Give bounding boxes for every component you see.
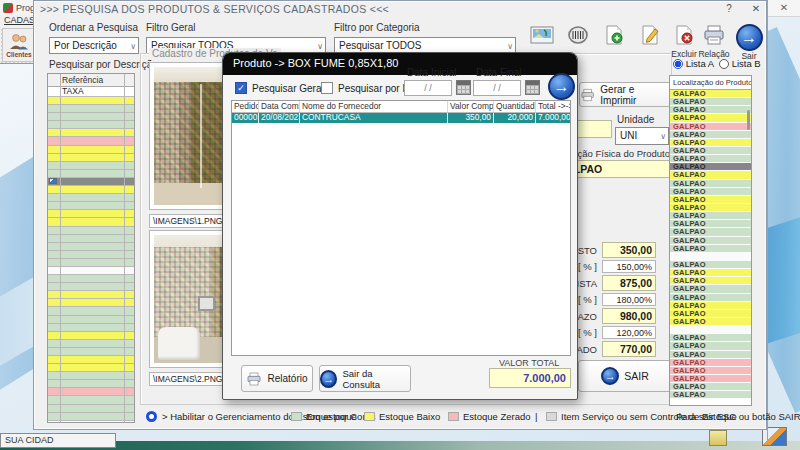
radio-lista-b[interactable]: Lista B (719, 58, 761, 69)
location-row[interactable]: GALPAO (670, 261, 751, 269)
price-field-prazo[interactable]: 980,00 (602, 308, 656, 324)
toolbar-photo-button[interactable] (526, 25, 558, 49)
radio-selected-icon (673, 59, 683, 69)
chevron-down-icon: ∨ (130, 39, 136, 54)
table-gridline (60, 74, 61, 422)
close-button[interactable]: ✕ (748, 3, 764, 16)
valor-total-field: 7.000,00 (489, 368, 571, 388)
legend-in-stock-label: Em estoque (306, 411, 357, 422)
location-row[interactable]: GALPAO (670, 310, 751, 318)
modal-titlebar: Produto -> BOX FUME 0,85X1,80 (223, 53, 577, 75)
unit-value: UNI (620, 130, 637, 141)
pesquisar-geral-checkbox[interactable]: ✓ (235, 82, 247, 94)
location-row[interactable]: GALPAO (670, 131, 751, 139)
location-row[interactable]: GALPAO (670, 171, 751, 179)
purchases-modal: Produto -> BOX FUME 0,85X1,80 ✓ Pesquisa… (222, 52, 578, 400)
location-row[interactable]: GALPAO (670, 294, 751, 302)
legend-separator: | (535, 411, 537, 422)
location-row[interactable]: GALPAO (670, 114, 751, 122)
purchase-row-selected[interactable]: 000001 20/08/2023 CONTRUCASA 350,00 20,0… (232, 113, 570, 123)
taskbar (0, 441, 800, 450)
location-row (670, 253, 751, 261)
location-row[interactable]: GALPAO (670, 334, 751, 342)
location-row[interactable]: GALPAO (670, 359, 751, 367)
location-row[interactable]: GALPAO (670, 90, 751, 98)
location-row[interactable]: GALPAO (670, 277, 751, 285)
sair-button[interactable]: → SAIR (578, 360, 672, 392)
legend-zero-stock-swatch (448, 412, 459, 421)
toolbar-edit-button[interactable] (634, 25, 666, 49)
location-row[interactable]: GALPAO (670, 147, 751, 155)
location-row[interactable]: GALPAO (670, 237, 751, 245)
col-valor-compra: Valor Compra (448, 101, 494, 112)
location-row[interactable]: GALPAO (670, 269, 751, 277)
exit-icon: → (320, 370, 337, 388)
relatorio-button[interactable]: Relatório (241, 365, 313, 392)
location-row[interactable]: GALPAO (670, 180, 751, 188)
modal-search-button[interactable]: → (548, 73, 575, 100)
taskbar-icon[interactable] (709, 430, 727, 446)
location-row[interactable]: GALPAO (670, 351, 751, 359)
generate-print-button[interactable]: Gerar e Imprimir (579, 82, 671, 107)
location-row[interactable]: GALPAO (670, 196, 751, 204)
location-row[interactable]: GALPAO (670, 204, 751, 212)
toolbar-barcode-button[interactable] (562, 25, 594, 49)
location-row[interactable]: GALPAO (670, 367, 751, 375)
calendar-icon[interactable] (525, 80, 540, 95)
radio-lista-a[interactable]: Lista A (673, 58, 714, 69)
price-field-avista[interactable]: 875,00 (602, 275, 656, 291)
help-button[interactable]: ? (722, 3, 736, 16)
legend-zero-stock-label: Estoque Zerado (463, 411, 531, 422)
scrollbar-thumb[interactable] (747, 110, 750, 130)
price-field-custo[interactable]: 350,00 (602, 242, 656, 258)
location-row[interactable]: GALPAO (670, 391, 751, 399)
location-row[interactable]: GALPAO (670, 375, 751, 383)
location-row[interactable]: GALPAO (670, 245, 751, 253)
legend-service-swatch (546, 412, 557, 421)
toolbar-report-button[interactable]: Relação (698, 25, 730, 59)
data-inicial-field[interactable]: / / (404, 80, 452, 96)
unit-combobox[interactable]: UNI∨ (615, 127, 669, 145)
location-row[interactable]: GALPAO (670, 155, 751, 163)
location-row[interactable]: GALPAO (670, 212, 751, 220)
percent-field-prazo[interactable]: 180,00% (602, 293, 656, 306)
location-row[interactable]: GALPAO (670, 220, 751, 228)
location-row[interactable]: GALPAO (670, 302, 751, 310)
stock-colors-toggle[interactable] (146, 411, 157, 422)
clientes-button[interactable]: Clientes (2, 28, 36, 62)
clientes-label: Clientes (6, 51, 31, 58)
barcode-icon (566, 25, 590, 45)
exit-icon: → (601, 367, 619, 385)
location-row[interactable]: GALPAO (670, 285, 751, 293)
location-row[interactable]: GALPAO (670, 163, 751, 171)
chevron-down-icon: ∨ (660, 129, 666, 144)
close-icon[interactable]: ✕ (780, 2, 788, 13)
percent-field-atacado[interactable]: 120,00% (602, 326, 656, 339)
toolbar-delete-button[interactable]: Excluir (668, 25, 700, 59)
toolbar-exit-button[interactable]: → Sair (733, 24, 765, 61)
location-row[interactable]: GALPAO (670, 318, 751, 326)
location-row[interactable]: GALPAO (670, 228, 751, 236)
location-row[interactable]: GALPAO (670, 123, 751, 131)
price-field-atacado[interactable]: 770,00 (602, 341, 656, 357)
cell-pedido: 000001 (232, 113, 259, 123)
location-row[interactable]: GALPAO (670, 139, 751, 147)
sair-da-consulta-button[interactable]: → Sair da Consulta (319, 365, 411, 392)
location-row[interactable]: GALPAO (670, 188, 751, 196)
percent-field-vista[interactable]: 150,00% (602, 260, 656, 273)
main-window-title: >>> PESQUISA DOS PRODUTOS & SERVIÇOS CAD… (34, 1, 766, 17)
print-icon (246, 372, 262, 386)
location-row[interactable]: GALPAO (670, 342, 751, 350)
toolbar-add-button[interactable] (598, 25, 630, 49)
category-filter-value: Pesquisar TODOS (339, 40, 421, 51)
delete-document-icon (672, 25, 696, 45)
location-row[interactable]: GALPAO (670, 106, 751, 114)
data-final-field[interactable]: / / (473, 80, 521, 96)
calendar-icon[interactable] (456, 80, 471, 95)
location-row[interactable]: GALPAO (670, 98, 751, 106)
location-row[interactable]: GALPAO (670, 383, 751, 391)
pesquisar-por-data-checkbox[interactable] (321, 82, 333, 94)
add-document-icon (602, 25, 626, 45)
order-combobox[interactable]: Por Descrição∨ (49, 37, 139, 54)
app-logo-icon (3, 3, 13, 13)
